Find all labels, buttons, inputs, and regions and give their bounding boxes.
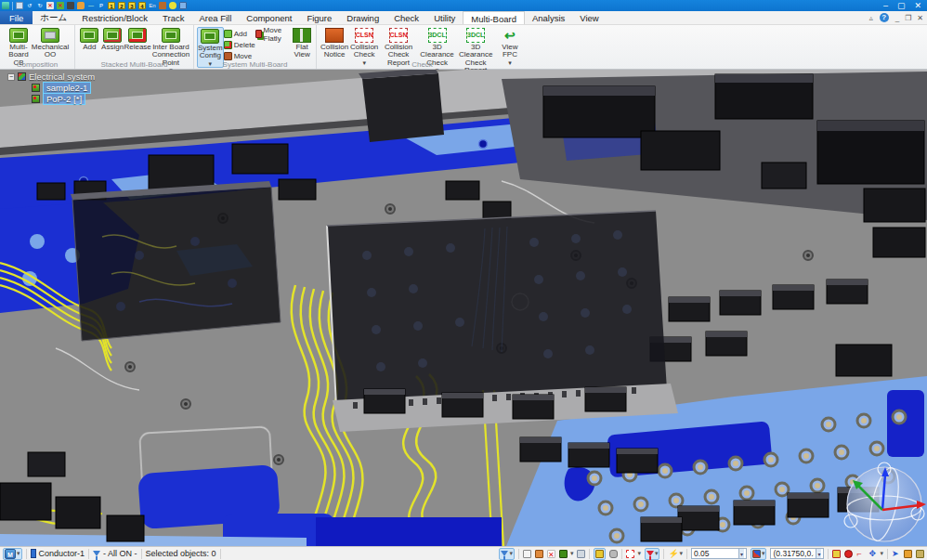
tab-home[interactable]: ホーム <box>33 11 74 24</box>
app-icon[interactable] <box>2 2 9 9</box>
layer-set-2-icon[interactable]: 2 <box>118 2 125 9</box>
highlight-icon <box>595 550 604 558</box>
tab-file[interactable]: File <box>0 11 33 24</box>
redo-icon[interactable]: ↻ <box>36 2 44 9</box>
qat-separator <box>12 2 13 10</box>
system-add-button[interactable]: Add <box>224 29 255 39</box>
release-button[interactable]: Release <box>124 27 150 51</box>
layer-set-3-icon[interactable]: 3 <box>128 2 136 9</box>
tab-analysis[interactable]: Analysis <box>525 11 572 24</box>
drc-filter-button[interactable]: ▾ <box>645 548 660 560</box>
report-doc-icon[interactable] <box>832 550 841 558</box>
separator <box>88 549 89 559</box>
record-icon[interactable] <box>844 550 853 558</box>
caret-icon: ▾ <box>679 550 683 557</box>
caret-icon: ▾ <box>655 550 659 557</box>
block-delete-icon[interactable]: ✕ <box>57 2 64 9</box>
doc-minimize-icon[interactable]: _ <box>895 14 899 22</box>
tab-figure[interactable]: Figure <box>299 11 339 24</box>
polygon-tool-icon <box>559 550 568 558</box>
export-icon[interactable] <box>916 550 924 558</box>
mechanical-oo-button[interactable]: Mechanical OO <box>34 27 66 59</box>
assign-icon <box>103 28 122 43</box>
assign-button[interactable]: Assign <box>101 27 124 51</box>
help-icon[interactable]: ? <box>880 13 889 22</box>
tab-view[interactable]: View <box>572 11 606 24</box>
move-flatly-button[interactable]: Move Flatly <box>255 29 289 39</box>
comment-bubble-icon[interactable] <box>77 2 85 9</box>
add-button[interactable]: Add <box>78 27 101 51</box>
inter-board-connection-point-icon <box>162 28 180 43</box>
grid-toggle-button[interactable]: ▾ <box>751 548 767 560</box>
tab-restriction-block[interactable]: Restriction/Block <box>74 11 155 24</box>
delete-red-icon[interactable]: ✕ <box>46 2 54 9</box>
flag-icon[interactable] <box>904 550 912 558</box>
lamp-icon[interactable] <box>169 2 176 9</box>
tab-component[interactable]: Component <box>239 11 299 24</box>
separator <box>220 549 221 559</box>
separator <box>663 549 664 559</box>
tree-item-pop[interactable]: PoP-2 [*] <box>32 94 95 104</box>
corner-arrow-icon[interactable]: ⌐ <box>856 550 865 558</box>
tree-root-row[interactable]: − Electrical system <box>7 72 95 82</box>
doc-close-icon[interactable]: ✕ <box>917 14 923 22</box>
undo-icon[interactable]: ↺ <box>26 2 33 9</box>
tab-area-fill[interactable]: Area Fill <box>191 11 239 24</box>
collision-check-report-icon: CLSN <box>389 28 408 43</box>
tab-multi-board[interactable]: Multi-Board <box>463 11 525 24</box>
flat-view-button[interactable]: Flat View <box>291 27 313 59</box>
doc-restore-icon[interactable]: ❐ <box>905 14 911 22</box>
highlight-button[interactable] <box>594 548 606 560</box>
close-button[interactable]: ✕ <box>914 0 921 11</box>
form-icon[interactable] <box>523 550 531 558</box>
grid-size-select[interactable]: 0.05▾ <box>691 548 747 559</box>
tab-utility[interactable]: Utility <box>426 11 463 24</box>
layer-set-1-icon[interactable]: 1 <box>108 2 115 9</box>
system-delete-button[interactable]: Delete <box>224 40 255 50</box>
line-icon[interactable]: — <box>87 2 95 9</box>
pan-arrow-icon[interactable]: ➤ <box>892 550 900 558</box>
collision-notice-button[interactable]: Collision Notice <box>320 27 349 59</box>
pick-filter-button[interactable]: ▾ <box>499 548 515 560</box>
active-layer[interactable]: Conductor-1 <box>31 549 85 558</box>
board-node-icon <box>32 95 40 103</box>
pick-icon[interactable] <box>67 2 74 9</box>
filter-status[interactable]: - All ON - <box>93 549 137 558</box>
grid-icon <box>752 550 761 558</box>
save-icon[interactable] <box>16 2 23 9</box>
drc-filter-icon <box>646 551 654 556</box>
tree-collapse-icon[interactable]: − <box>7 73 15 81</box>
cut-red-icon[interactable]: ✕ <box>547 550 555 558</box>
lightning-icon: ⚡ <box>668 550 676 558</box>
cylinder-icon[interactable] <box>609 550 618 558</box>
hand-tool-icon[interactable] <box>535 550 543 558</box>
view-fpc-icon: ↩ <box>501 28 519 43</box>
minimize-button[interactable]: – <box>883 0 888 11</box>
tree-item-sample[interactable]: sample2-1 <box>32 83 95 93</box>
stacked-board-left <box>71 181 281 341</box>
separator <box>518 549 519 559</box>
snap-button[interactable]: ⚡▾ <box>668 550 683 558</box>
mode-button[interactable]: M ▾ <box>3 548 22 560</box>
image-icon[interactable] <box>179 2 187 9</box>
drc-button[interactable]: ▾ <box>626 550 641 558</box>
add-icon <box>80 28 98 43</box>
coordinate-select[interactable]: (0.31750,0.3▾ <box>770 548 824 559</box>
caret-icon: ▾ <box>762 550 765 557</box>
collapse-ribbon-icon[interactable]: ▵ <box>869 14 873 22</box>
pen-icon[interactable] <box>159 2 166 9</box>
quick-access-toolbar: ↺ ↻ ✕ ✕ — P 1 2 3 4 En <box>2 0 187 11</box>
move-tool-button[interactable]: ✥▾ <box>868 550 883 558</box>
flow-arrow-icon[interactable] <box>577 550 585 558</box>
maximize-button[interactable]: ▢ <box>897 0 906 11</box>
polygon-tool-button[interactable]: ▾ <box>559 550 574 558</box>
layer-set-4-icon[interactable]: 4 <box>138 2 146 9</box>
tab-track[interactable]: Track <box>155 11 191 24</box>
caret-icon: ▾ <box>880 550 883 557</box>
3d-viewport[interactable]: − Electrical system sample2-1 PoP-2 [*] <box>0 70 927 546</box>
tab-drawing[interactable]: Drawing <box>339 11 386 24</box>
en-lang-icon[interactable]: En <box>149 2 156 9</box>
title-bar: ↺ ↻ ✕ ✕ — P 1 2 3 4 En – ▢ ✕ <box>0 0 927 11</box>
p-command-icon[interactable]: P <box>98 2 105 9</box>
tab-check[interactable]: Check <box>386 11 426 24</box>
